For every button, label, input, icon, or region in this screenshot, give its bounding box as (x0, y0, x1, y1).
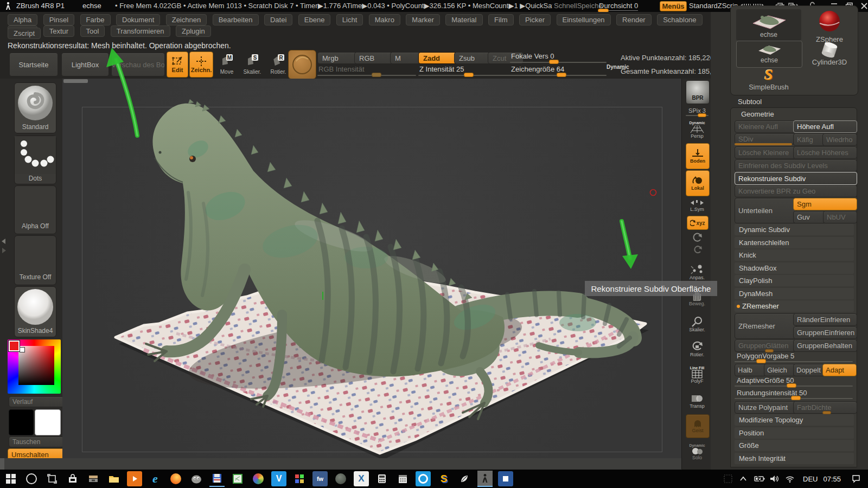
menu-farbe[interactable]: Farbe (80, 14, 111, 25)
lsym-button[interactable]: L.Sym (686, 197, 709, 214)
kaefig-button[interactable]: Käfig (793, 133, 826, 146)
dynamesh-section[interactable]: DynaMesh (735, 288, 854, 299)
start-button[interactable] (3, 471, 18, 486)
fokale-vers-slider[interactable]: Fokale Vers 0 (510, 51, 607, 64)
lokal-button[interactable]: Lokal (686, 170, 710, 196)
rotier-button[interactable]: R Rotier. (267, 53, 290, 76)
menu-alpha[interactable]: Alpha (8, 14, 37, 25)
menu-transformieren[interactable]: Transformieren (111, 25, 170, 37)
taskbar-icon-movies[interactable] (127, 471, 142, 486)
menu-zplugin[interactable]: Zplugin (176, 25, 211, 37)
konvertiere-bpr-button[interactable]: Konvertiere BPR zu Geo (735, 185, 857, 197)
adapt-button[interactable]: Adapt (822, 364, 857, 376)
menu-tool[interactable]: Tool (80, 25, 105, 37)
modifiziere-topology-section[interactable]: Modifiziere Topology (735, 414, 854, 426)
raender-einfrieren-button[interactable]: RänderEinfrieren (793, 313, 857, 326)
knick-section[interactable]: Knick (735, 249, 854, 261)
kleinere-aufl-button[interactable]: Kleinere Aufl (735, 120, 796, 133)
vorschau-button[interactable]: Vorschau des Bo (111, 53, 165, 76)
zremesher-section[interactable]: ZRemesher (735, 300, 854, 312)
m-button[interactable]: M (390, 52, 422, 64)
cortana-button[interactable] (24, 471, 39, 486)
geometrie-header[interactable]: Geometrie (741, 110, 774, 118)
zeichengroesse-slider[interactable]: Zeichengröße 64 (510, 64, 607, 77)
gruppen-behalten-button[interactable]: GruppenBehalten (793, 339, 857, 352)
bpr-button[interactable]: BPR (686, 80, 710, 104)
rundungsintensitaet-slider[interactable]: Rundungsintensität 50 (735, 389, 853, 400)
brush-thumbnail[interactable]: Standard (14, 82, 56, 133)
loesche-hoeheres-button[interactable]: Lösche Höheres (793, 146, 857, 159)
taskbar-icon-leaf-app[interactable] (457, 471, 472, 486)
taskbar-icon-blue-tile-app[interactable] (498, 471, 513, 486)
subtool-header[interactable]: Subtool (738, 98, 762, 106)
menu-zscript[interactable]: Zscript (8, 28, 41, 39)
texture-off-thumbnail[interactable]: Texture Off (14, 235, 56, 285)
taskbar-icon-blue-circle-app[interactable] (416, 471, 431, 486)
menu-schablone[interactable]: Schablone (657, 14, 702, 25)
tool-thumb-simplebrush[interactable]: S SimpleBrush (736, 67, 801, 93)
lightbox-button[interactable]: LightBox (61, 53, 109, 76)
speaker-icon[interactable] (767, 471, 782, 486)
action-center-icon[interactable] (848, 471, 864, 486)
boden-button[interactable]: Boden (686, 143, 710, 169)
canvas-area[interactable] (62, 79, 681, 458)
clock[interactable]: 07:55 (823, 475, 841, 483)
guv-button[interactable]: Guv (793, 211, 826, 223)
menu-zeichnen[interactable]: Zeichnen (166, 14, 207, 25)
taskbar-icon-ie[interactable]: e (148, 471, 163, 486)
move-button[interactable]: M Move (216, 53, 238, 76)
tool-thumb-cylinder[interactable]: Cylinder3D (805, 42, 854, 67)
menu-ebene[interactable]: Ebene (298, 14, 331, 25)
tool-thumb-echse-selected[interactable]: echse (736, 41, 802, 68)
menu-makro[interactable]: Makro (369, 14, 400, 25)
taskbar-icon-excel[interactable]: X (354, 471, 369, 486)
einfrieren-button[interactable]: Einfrieren des Subdiv Levels (735, 159, 857, 172)
hoehere-aufl-button[interactable]: Höhere Aufl (793, 120, 857, 133)
persp-button[interactable]: Dynamic Persp (686, 118, 709, 141)
halb-button[interactable]: Halb (735, 364, 766, 376)
unterteilen-button[interactable]: Unterteilen (735, 198, 796, 223)
taskbar-icon-media-player[interactable] (251, 471, 266, 486)
claypolish-section[interactable]: ClayPolish (735, 275, 854, 286)
taskbar-icon-explorer[interactable] (106, 471, 122, 486)
menus-button[interactable]: Menüs (660, 1, 687, 11)
secondary-color-swatch[interactable] (35, 409, 61, 435)
durchsicht-slider[interactable]: Durchsicht 0 (598, 0, 642, 12)
menu-picker[interactable]: Picker (519, 14, 551, 25)
menu-textur[interactable]: Textur (43, 25, 74, 37)
menu-licht[interactable]: Licht (336, 14, 363, 25)
mesh-integritaet-section[interactable]: Mesh Integrität (735, 453, 854, 464)
hidden-icons-button[interactable] (720, 471, 736, 486)
tool-thumb-zsphere[interactable]: ZSphere (805, 9, 854, 43)
close-button[interactable] (860, 2, 868, 12)
transp-button[interactable]: Transp (686, 389, 709, 413)
rotier-shelf-button[interactable]: Rotier. (686, 337, 709, 361)
menu-material[interactable]: Material (445, 14, 482, 25)
taskbar-icon-zbrush-save[interactable] (209, 471, 225, 487)
rotate-z-icon[interactable] (693, 245, 703, 256)
menu-pinsel[interactable]: Pinsel (43, 14, 74, 25)
edit-button[interactable]: Edit (167, 52, 188, 78)
zadd-button[interactable]: Zadd (418, 52, 457, 64)
taskbar-icon-word[interactable]: fw (312, 471, 328, 486)
loesche-kleinere-button[interactable]: Lösche Kleinere (735, 146, 796, 159)
verlauf-button[interactable]: Verlauf (9, 396, 64, 407)
spix-slider[interactable]: SPix 3 (686, 105, 709, 116)
polyf-button[interactable]: Line Fill PolyF (686, 362, 709, 387)
iguana-model[interactable] (62, 79, 681, 458)
mrgb-button[interactable]: Mrgb (317, 52, 358, 64)
gruppen-einfrieren-button[interactable]: GruppenEinfrieren (793, 326, 857, 339)
zeichn-button[interactable]: Zeichn. (189, 52, 213, 78)
adaptive-groesse-slider[interactable]: AdaptiveGröße 50 (735, 376, 853, 387)
xyz-button[interactable]: xyz (687, 216, 709, 230)
skalier-button[interactable]: S Skalier. (241, 53, 264, 76)
position-section[interactable]: Position (735, 427, 854, 439)
menu-bearbeiten[interactable]: Bearbeiten (213, 14, 259, 25)
zsub-button[interactable]: Zsub (454, 52, 491, 64)
taskbar-icon-firefox[interactable] (168, 471, 183, 486)
zremesher-button[interactable]: ZRemesher (735, 313, 796, 339)
rgb-button[interactable]: RGB (354, 52, 393, 64)
geist-button[interactable]: Geist (686, 414, 710, 438)
rotate-y-icon[interactable] (691, 232, 703, 245)
z-intensitaet-slider[interactable]: Z Intensität 25 (418, 64, 518, 77)
